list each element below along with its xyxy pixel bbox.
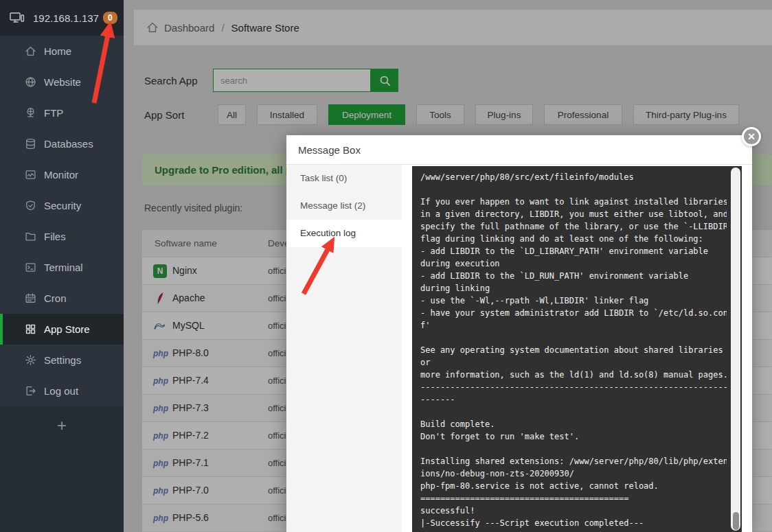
sidebar-item-label: Website — [44, 76, 81, 88]
sidebar-item-label: Log out — [44, 385, 78, 397]
modal-tab-column: Task list (0) Message list (2) Execution… — [286, 165, 402, 532]
close-icon[interactable]: ✕ — [742, 127, 761, 146]
sidebar-item-label: Cron — [44, 292, 67, 304]
shield-icon — [25, 200, 36, 211]
sidebar-item-home[interactable]: Home — [0, 36, 124, 67]
database-icon — [25, 138, 36, 150]
terminal-icon — [25, 262, 36, 273]
sidebar-item-settings[interactable]: Settings — [0, 345, 124, 375]
log-scrollbar-thumb[interactable] — [733, 512, 739, 530]
add-panel-button[interactable]: + — [57, 412, 67, 439]
sidebar-item-terminal[interactable]: Terminal — [0, 252, 124, 283]
message-count-badge[interactable]: 0 — [103, 12, 117, 24]
execution-log-panel: /www/server/php/80/src/ext/fileinfo/modu… — [412, 166, 742, 532]
globe-icon — [25, 76, 36, 88]
sidebar-item-label: Home — [44, 45, 71, 57]
tab-task-list[interactable]: Task list (0) — [286, 165, 402, 192]
log-scrollbar[interactable] — [731, 167, 740, 531]
server-ip: 192.168.1.137 — [33, 12, 99, 24]
tab-execution-log[interactable]: Execution log — [286, 220, 402, 247]
execution-log-text: /www/server/php/80/src/ext/fileinfo/modu… — [420, 171, 727, 532]
folder-icon — [25, 231, 36, 242]
monitor-chart-icon — [25, 169, 36, 181]
sidebar-item-label: Security — [44, 200, 81, 211]
sidebar-item-app-store[interactable]: App Store — [0, 314, 124, 345]
grid-icon — [25, 323, 36, 335]
sidebar-item-label: Terminal — [44, 262, 83, 273]
sidebar-item-label: App Store — [44, 323, 90, 335]
sidebar-item-files[interactable]: Files — [0, 221, 124, 252]
sidebar-item-label: Monitor — [44, 169, 78, 181]
tab-message-list[interactable]: Message list (2) — [286, 192, 402, 220]
sidebar-menu: Home Website FTP Databases Monitor Secur… — [0, 36, 124, 406]
logout-icon — [25, 385, 36, 397]
ftp-icon — [25, 107, 36, 119]
sidebar-item-label: FTP — [44, 107, 63, 119]
sidebar-item-cron[interactable]: Cron — [0, 283, 124, 314]
sidebar-item-databases[interactable]: Databases — [0, 128, 124, 159]
sidebar-bottom: + — [0, 406, 124, 532]
sidebar-item-label: Files — [44, 231, 66, 242]
monitor-icon — [10, 12, 25, 24]
sidebar-item-website[interactable]: Website — [0, 67, 124, 97]
gear-icon — [25, 354, 36, 366]
screen: Dashboard / Software Store Search App Ap… — [0, 0, 772, 532]
sidebar-item-label: Settings — [44, 354, 81, 366]
sidebar-item-monitor[interactable]: Monitor — [0, 159, 124, 190]
sidebar-item-ftp[interactable]: FTP — [0, 97, 124, 128]
modal-title: Message Box — [298, 144, 361, 156]
sidebar: 192.168.1.137 0 Home Website FTP Databas… — [0, 0, 124, 532]
modal-header: Message Box — [286, 135, 752, 165]
sidebar-item-label: Databases — [44, 138, 93, 150]
message-box-modal: Message Box ✕ Task list (0) Message list… — [286, 135, 752, 532]
sidebar-item-logout[interactable]: Log out — [0, 375, 124, 406]
calendar-icon — [25, 292, 36, 304]
sidebar-item-security[interactable]: Security — [0, 190, 124, 221]
home-icon — [25, 45, 36, 57]
